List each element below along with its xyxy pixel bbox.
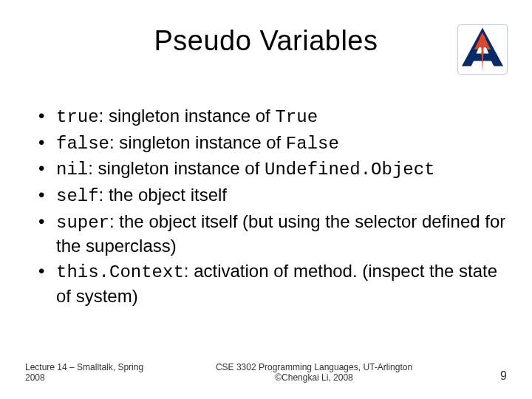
list-item: nil: singleton instance of Undefined.Obj… [38,157,507,182]
slide-title: Pseudo Variables [25,25,507,57]
code-classname: Undefined.Object [265,160,434,180]
code-keyword: super [56,213,109,233]
footer-center: CSE 3302 Programming Languages, UT-Arlin… [151,362,477,383]
code-keyword: false [56,134,109,154]
footer-left: Lecture 14 – Smalltalk, Spring 2008 [25,362,151,383]
uta-a-icon [457,24,508,75]
list-item: true: singleton instance of True [38,104,507,129]
code-classname: False [286,134,339,154]
bullet-list: true: singleton instance of True false: … [38,104,507,307]
list-item: false: singleton instance of False [38,131,507,156]
bullet-text: : singleton instance of [109,132,286,152]
uta-logo [457,24,508,75]
footer-copyright: ©Chengkai Li, 2008 [151,372,477,383]
bullet-text: : the object itself [99,185,227,205]
slide: Pseudo Variables true: singleton instanc… [0,0,532,399]
code-keyword: self [56,186,99,206]
code-keyword: this.Context [56,262,184,282]
code-classname: True [275,107,318,127]
footer-course: CSE 3302 Programming Languages, UT-Arlin… [151,362,477,372]
svg-point-4 [481,52,484,55]
bullet-text: : singleton instance of [99,106,276,126]
list-item: super: the object itself (but using the … [38,210,507,258]
page-number: 9 [477,369,507,383]
code-keyword: true [56,107,99,127]
bullet-text: : singleton instance of [88,158,265,178]
list-item: self: the object itself [38,183,507,208]
bullet-text: : the object itself (but using the selec… [56,211,505,256]
code-keyword: nil [56,160,88,180]
list-item: this.Context: activation of method. (ins… [38,259,507,307]
footer: Lecture 14 – Smalltalk, Spring 2008 CSE … [0,362,532,383]
